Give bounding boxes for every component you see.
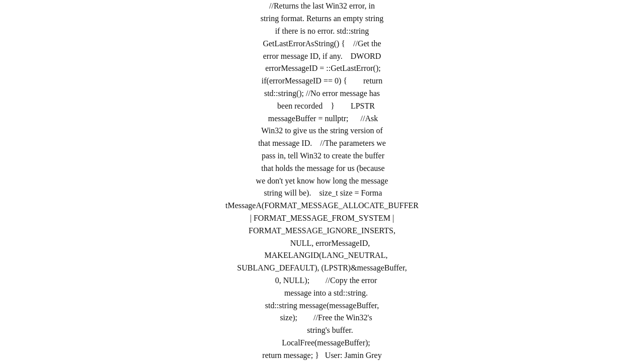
main-content: //Returns the last Win32 error, in strin… — [225, 0, 419, 361]
code-display: //Returns the last Win32 error, in strin… — [225, 0, 419, 361]
